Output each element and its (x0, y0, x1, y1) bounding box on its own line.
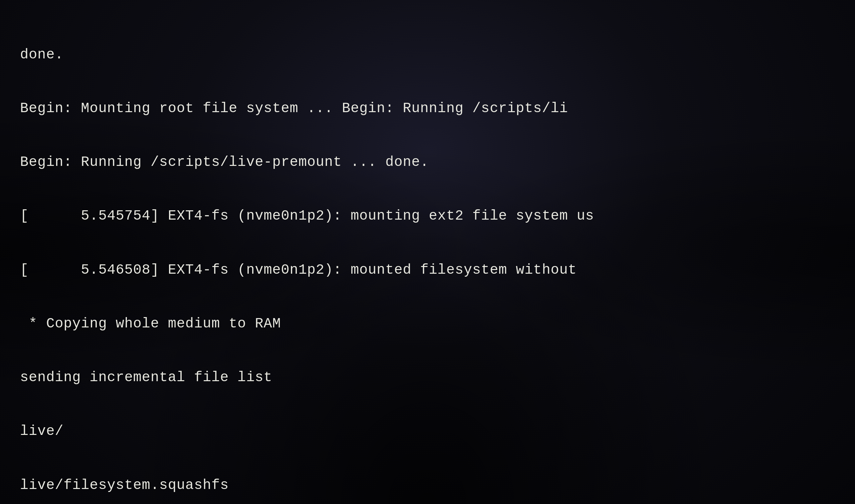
terminal-output: done. Begin: Mounting root file system .… (20, 10, 855, 504)
terminal-line-9: live/filesystem.squashfs (20, 476, 855, 494)
terminal-line-3: Begin: Running /scripts/live-premount ..… (20, 154, 855, 172)
terminal-line-6: * Copying whole medium to RAM (20, 315, 855, 333)
terminal-line-4: [ 5.545754] EXT4-fs (nvme0n1p2): mountin… (20, 207, 855, 225)
terminal-line-2: Begin: Mounting root file system ... Beg… (20, 100, 855, 118)
terminal-line-7: sending incremental file list (20, 369, 855, 387)
terminal-line-5: [ 5.546508] EXT4-fs (nvme0n1p2): mounted… (20, 262, 855, 280)
terminal-line-8: live/ (20, 422, 855, 440)
terminal-line-1: done. (20, 46, 855, 64)
